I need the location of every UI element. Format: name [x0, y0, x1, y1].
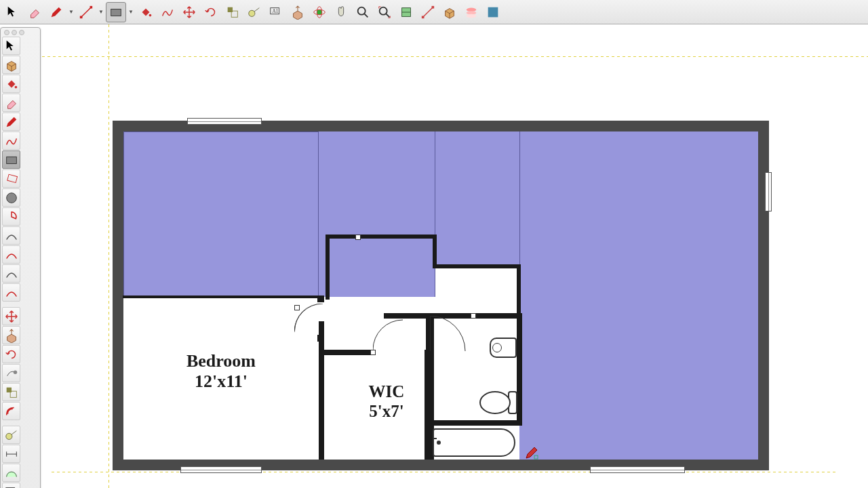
window-right [765, 172, 772, 211]
outliner-icon[interactable] [418, 2, 438, 22]
rot-rect-icon[interactable] [2, 169, 20, 188]
tub-faucet [434, 438, 437, 439]
dim-icon[interactable] [2, 445, 20, 463]
move-icon[interactable] [179, 2, 199, 22]
select-arrow-icon[interactable] [3, 2, 23, 22]
arc1-icon[interactable] [2, 226, 20, 245]
svg-text:A1: A1 [273, 7, 279, 14]
preferences-icon[interactable] [483, 2, 503, 22]
jamb-6 [355, 235, 361, 240]
guide-horizontal [42, 56, 868, 57]
svg-rect-1 [80, 16, 83, 18]
svg-point-11 [317, 9, 321, 14]
wic-name: WIC [353, 382, 420, 402]
fill-region-1 [123, 131, 319, 297]
dropdown-arrow-icon[interactable]: ▼ [127, 9, 134, 15]
svg-line-15 [364, 13, 368, 17]
wall-hall-1 [384, 313, 430, 319]
svg-point-37 [13, 370, 17, 374]
svg-line-41 [12, 430, 16, 434]
orbit-icon[interactable] [309, 2, 330, 22]
svg-rect-34 [6, 157, 16, 163]
pan-icon[interactable] [331, 2, 351, 22]
svg-point-71 [480, 392, 510, 413]
toolbar-divider [2, 302, 39, 306]
door-arc-wic [373, 319, 406, 351]
scale2-icon[interactable] [2, 383, 20, 401]
layers-icon[interactable] [461, 2, 481, 22]
svg-rect-5 [228, 7, 233, 12]
bedroom-dim: 12'x11' [167, 371, 275, 392]
eraser-icon[interactable] [24, 2, 45, 22]
rotate-icon[interactable] [201, 2, 221, 22]
push-pull-icon[interactable] [288, 2, 308, 22]
tape-icon[interactable] [2, 426, 20, 444]
toilet-fixture [479, 388, 518, 418]
svg-rect-21 [422, 16, 425, 18]
top-toolbar: ▼▼▼A1 [0, 0, 868, 24]
freehand-icon[interactable] [157, 2, 178, 22]
svg-line-17 [386, 13, 390, 17]
wall-segment-4 [433, 235, 437, 267]
window-controls [2, 29, 39, 36]
fill-region-3b [435, 131, 521, 267]
zoom-extents-icon[interactable] [374, 2, 395, 22]
drawing-canvas[interactable]: Bedroom 12'x11' WIC 5'x7' [42, 24, 868, 488]
toolbar-divider [2, 421, 39, 425]
rotate2-icon[interactable] [2, 345, 20, 363]
svg-point-36 [6, 192, 16, 203]
circle-icon[interactable] [2, 188, 20, 207]
select-icon[interactable] [2, 37, 20, 55]
pencil-red-icon[interactable] [46, 2, 66, 22]
arc4-icon[interactable] [2, 283, 20, 302]
window-bottom-2 [590, 466, 685, 473]
paint-bucket-icon[interactable] [136, 2, 156, 22]
wall-bath-bottom [429, 420, 522, 426]
bedroom-label: Bedroom 12'x11' [167, 351, 275, 392]
door-arc-bath [430, 316, 468, 354]
text-icon[interactable]: A1 [266, 2, 286, 22]
section-plane-icon[interactable] [396, 2, 416, 22]
svg-point-40 [5, 433, 12, 439]
text2-icon[interactable]: A1 [2, 483, 20, 488]
svg-point-28 [467, 14, 477, 18]
divider-line [519, 131, 520, 267]
fill-region-4 [519, 131, 758, 460]
wic-label: WIC 5'x7' [353, 382, 420, 422]
svg-rect-3 [111, 9, 121, 16]
arc3-icon[interactable] [2, 264, 20, 283]
pie-icon[interactable] [2, 207, 20, 226]
wall-segment-3 [326, 235, 330, 300]
svg-rect-29 [488, 7, 498, 17]
svg-point-33 [14, 85, 17, 88]
wall-segment-6 [517, 264, 521, 316]
component-icon[interactable] [439, 2, 460, 22]
bathtub-fixture [433, 428, 515, 457]
sink-drain [492, 343, 502, 352]
zoom-icon[interactable] [353, 2, 373, 22]
move2-icon[interactable] [2, 307, 20, 325]
svg-rect-2 [90, 5, 93, 8]
eraser2-icon[interactable] [2, 94, 20, 112]
component-box-icon[interactable] [2, 56, 20, 74]
scale-icon[interactable] [222, 2, 243, 22]
rectangle-icon[interactable] [106, 2, 126, 22]
offset-icon[interactable] [2, 402, 20, 420]
fill-region-2 [319, 131, 435, 297]
followme-icon[interactable] [2, 364, 20, 382]
arc2-icon[interactable] [2, 245, 20, 264]
wall-segment-2 [326, 235, 435, 239]
svg-rect-22 [432, 5, 435, 8]
jamb-5 [471, 313, 476, 319]
svg-rect-35 [7, 174, 17, 182]
rect-icon[interactable] [2, 150, 20, 169]
protractor-icon[interactable] [2, 464, 20, 482]
tape-measure-icon[interactable] [244, 2, 264, 22]
dropdown-arrow-icon[interactable]: ▼ [68, 9, 75, 15]
line-icon[interactable] [76, 2, 96, 22]
freehand2-icon[interactable] [2, 131, 20, 150]
paint-icon[interactable] [2, 75, 20, 93]
pencil-icon[interactable] [2, 113, 20, 131]
dropdown-arrow-icon[interactable]: ▼ [98, 9, 104, 15]
pushpull2-icon[interactable] [2, 326, 20, 344]
